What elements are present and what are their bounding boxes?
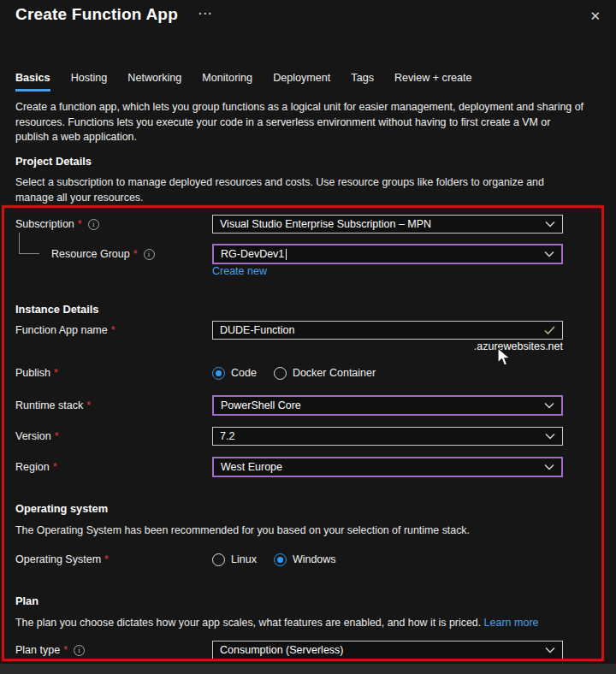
version-dropdown[interactable]: 7.2 (212, 427, 563, 446)
create-new-link[interactable]: Create new (212, 265, 267, 277)
required-marker: * (86, 399, 91, 411)
tab-hosting[interactable]: Hosting (71, 72, 108, 92)
tab-networking[interactable]: Networking (127, 72, 181, 92)
publish-label: Publish * (15, 364, 58, 382)
intro-text: Create a function app, which lets you gr… (15, 100, 585, 145)
info-icon[interactable]: i (74, 645, 85, 656)
plan-description: The plan you choose dictates how your ap… (15, 616, 585, 631)
chevron-down-icon (544, 402, 554, 409)
chevron-down-icon (545, 221, 555, 228)
resource-group-label: Resource Group * i (51, 245, 155, 263)
close-icon[interactable]: ✕ (589, 9, 601, 24)
domain-suffix: .azurewebsites.net (0, 340, 563, 352)
chevron-down-icon (544, 464, 554, 470)
function-app-name-label: Function App name * (15, 321, 116, 340)
plan-type-value: Consumption (Serverless) (220, 644, 344, 656)
required-marker: * (54, 367, 58, 379)
resource-group-tree-connector (19, 233, 39, 254)
page-title: Create Function App (15, 5, 178, 24)
radio-unselected-icon (212, 553, 225, 566)
bottom-strip (0, 664, 616, 674)
radio-selected-icon (212, 367, 225, 380)
tab-monitoring[interactable]: Monitoring (202, 72, 252, 92)
required-marker: * (55, 430, 59, 442)
tab-deployment[interactable]: Deployment (273, 72, 330, 92)
plan-type-dropdown[interactable]: Consumption (Serverless) (212, 641, 563, 659)
plan-type-label: Plan type * i (15, 641, 85, 659)
radio-selected-icon (274, 553, 287, 566)
region-dropdown[interactable]: West Europe (212, 457, 563, 477)
radio-code[interactable]: Code (212, 367, 257, 380)
tab-bar: Basics Hosting Networking Monitoring Dep… (15, 72, 472, 92)
radio-docker-container[interactable]: Docker Container (274, 367, 376, 380)
project-details-description: Select a subscription to manage deployed… (15, 175, 585, 205)
tab-review-create[interactable]: Review + create (394, 72, 472, 92)
resource-group-value: RG-DevDev1 (221, 248, 287, 260)
text-caret (286, 249, 287, 260)
subscription-value: Visual Studio Enterprise Subscription – … (220, 218, 431, 230)
operating-system-label: Operating System * (15, 550, 109, 569)
subscription-dropdown[interactable]: Visual Studio Enterprise Subscription – … (212, 215, 563, 234)
tab-tags[interactable]: Tags (351, 72, 374, 92)
plan-heading: Plan (15, 594, 38, 607)
more-options-icon[interactable]: ··· (198, 7, 213, 21)
required-marker: * (111, 324, 116, 336)
project-details-heading: Project Details (15, 155, 92, 168)
operating-system-heading: Operating system (15, 502, 108, 515)
chevron-down-icon (545, 433, 555, 440)
chevron-down-icon (544, 251, 554, 257)
instance-details-heading: Instance Details (15, 303, 98, 316)
info-icon[interactable]: i (88, 219, 99, 230)
required-marker: * (104, 553, 109, 565)
version-label: Version * (15, 427, 59, 446)
runtime-stack-value: PowerShell Core (221, 399, 301, 411)
region-label: Region * (15, 458, 57, 476)
learn-more-link[interactable]: Learn more (484, 617, 539, 629)
radio-linux[interactable]: Linux (212, 553, 257, 566)
radio-windows[interactable]: Windows (274, 553, 336, 566)
info-icon[interactable]: i (144, 249, 155, 260)
radio-unselected-icon (274, 367, 287, 380)
runtime-stack-dropdown[interactable]: PowerShell Core (212, 395, 563, 416)
mouse-cursor (496, 347, 513, 368)
operating-system-radio-group: Linux Windows (212, 550, 336, 569)
required-marker: * (78, 218, 82, 230)
publish-radio-group: Code Docker Container (212, 364, 376, 382)
tab-basics[interactable]: Basics (15, 72, 50, 92)
region-value: West Europe (221, 461, 282, 473)
create-function-app-dialog: Create Function App ··· ✕ Basics Hosting… (0, 0, 616, 674)
function-app-name-value: DUDE-Function (220, 324, 295, 336)
version-value: 7.2 (220, 430, 234, 442)
chevron-down-icon (545, 647, 555, 653)
subscription-label: Subscription * i (15, 215, 99, 234)
valid-check-icon (544, 326, 555, 334)
required-marker: * (133, 248, 138, 260)
runtime-stack-label: Runtime stack * (15, 396, 91, 415)
function-app-name-input[interactable]: DUDE-Function (212, 321, 563, 340)
required-marker: * (63, 644, 68, 656)
operating-system-description: The Operating System has been recommende… (15, 523, 585, 539)
required-marker: * (53, 461, 57, 473)
resource-group-dropdown[interactable]: RG-DevDev1 (212, 244, 563, 264)
